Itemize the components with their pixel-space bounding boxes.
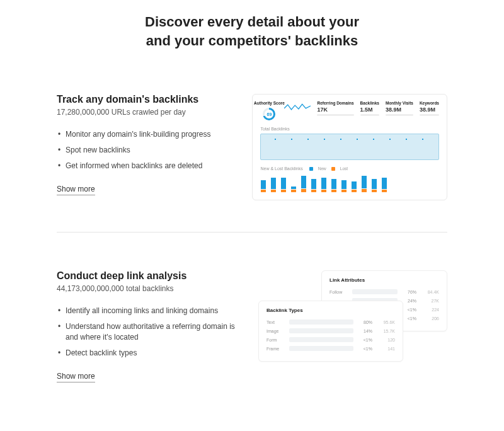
legend-lost: Lost [340,166,348,171]
sparkline-icon [284,101,311,114]
backlink-types-title: Backlink Types [266,307,395,313]
section1-bullets: Monitor any domain's link-building progr… [57,127,233,173]
row-percent: <1% [401,307,416,312]
backlink-types-card: Backlink Types Text80%95.6KImage14%15.7K… [258,301,403,362]
section-deep-link-analysis: Conduct deep link analysis 44,173,000,00… [57,270,447,384]
bar-row: Follow76%84.4K [329,289,439,294]
bar-pair [351,181,357,192]
bar-pair [301,176,307,192]
divider [57,232,447,233]
row-count: 95.6K [376,320,395,325]
list-item: Detect backlink types [57,345,239,361]
row-count: 224 [420,307,439,312]
authority-label: Authority Score [254,101,285,105]
bar-row: Image14%15.7K [266,328,395,333]
newlost-label: New & Lost Backlinks [260,166,302,171]
list-item: Identify all incoming links and linking … [57,303,239,319]
row-percent: <1% [357,347,372,351]
bar-row: Form<1%120 [266,337,395,342]
newlost-bar-chart [260,175,439,192]
show-more-link[interactable]: Show more [57,372,95,382]
section2-title: Conduct deep link analysis [57,270,239,282]
row-label: Frame [266,347,285,351]
row-label: Text [266,320,285,325]
row-count: 15.7K [376,329,395,333]
hero-line2: and your competitors' backlinks [146,33,358,49]
authority-ring-icon: 69 [263,108,275,120]
list-item: Spot new backlinks [57,142,233,158]
row-count: 84.4K [420,290,439,294]
bar-pair [341,180,347,192]
total-backlinks-label: Total Backlinks [260,127,439,131]
row-percent: 24% [401,299,416,303]
bar-pair [270,178,277,192]
row-count: 27K [420,299,439,303]
bar-pair [280,178,287,192]
bar-pair [290,187,297,192]
stat-value: 1.5M [360,106,379,113]
row-count: 141 [376,347,395,351]
link-attributes-title: Link Attributes [329,277,439,283]
bar-row: Frame<1%141 [266,346,395,351]
stat-value: 38.9M [420,106,439,113]
list-item: Get informed when backlinks are deleted [57,158,233,174]
bar-row: Text80%95.6K [266,319,395,325]
stat-value: 38.9M [386,106,413,113]
total-backlinks-chart [260,134,439,160]
section1-subtitle: 17,280,000,000 URLs crawled per day [57,108,233,117]
stat-label: Monthly Visits [386,101,413,105]
bar-pair [260,180,266,192]
stat-label: Backlinks [360,101,379,105]
hero-title: Discover every detail about your and you… [57,13,447,50]
section2-bullets: Identify all incoming links and linking … [57,303,239,360]
row-count: 206 [420,316,439,321]
stat-value: 17K [317,106,353,113]
hero-line1: Discover every detail about your [145,14,359,30]
bar-pair [311,179,317,192]
section-track-backlinks: Track any domain's backlinks 17,280,000,… [57,94,447,200]
row-percent: <1% [401,316,416,321]
bar-pair [371,179,377,192]
list-item: Monitor any domain's link-building progr… [57,127,233,142]
row-percent: 14% [357,329,372,333]
authority-value: 69 [267,112,272,117]
stat-label: Referring Domains [317,101,353,105]
bar-pair [361,176,367,192]
backlinks-overview-card: Authority Score 69 Referring Domains 17K [252,94,447,200]
row-percent: <1% [357,338,372,342]
bar-pair [321,178,327,192]
row-label: Form [266,338,285,342]
legend-new: New [318,166,326,171]
bar-pair [331,179,337,192]
row-label: Follow [329,290,348,294]
section2-subtitle: 44,173,000,000,000 total backlinks [57,284,239,293]
row-count: 120 [376,338,395,342]
section1-title: Track any domain's backlinks [57,94,233,105]
bar-pair [381,178,387,192]
show-more-link[interactable]: Show more [57,185,95,195]
row-percent: 80% [357,320,372,325]
row-label: Image [266,329,285,333]
stat-label: Keywords [420,101,439,105]
row-percent: 76% [401,290,416,294]
list-item: Understand how authoritative a referring… [57,319,239,345]
